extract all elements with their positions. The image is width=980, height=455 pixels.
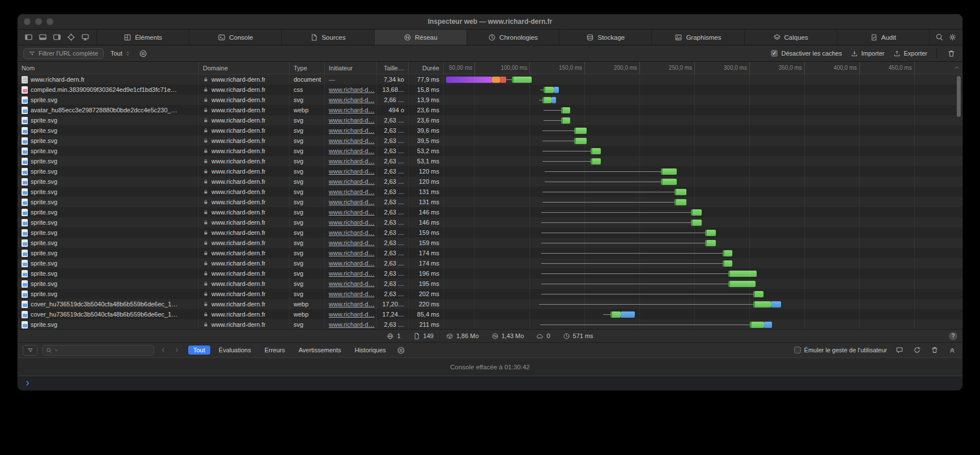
table-row[interactable]: cover_hu736519dc3b5040cfa48b6b559b6de6ec… xyxy=(18,309,962,319)
emulate-user-gesture-checkbox[interactable]: Émuler le geste de l'utilisateur xyxy=(794,347,887,353)
column-header-duree[interactable]: Durée xyxy=(409,62,444,74)
initiator-link[interactable]: www.richard-d… xyxy=(329,229,375,236)
table-row[interactable]: www.richard-dern.frwww.richard-dern.frdo… xyxy=(18,74,962,85)
table-row[interactable]: sprite.svgwww.richard-dern.frsvgwww.rich… xyxy=(18,125,962,136)
vertical-scrollbar[interactable] xyxy=(957,76,961,117)
console-drawer-icon[interactable] xyxy=(894,346,905,354)
initiator-link[interactable]: www.richard-d… xyxy=(329,311,375,318)
gear-icon[interactable] xyxy=(947,33,958,41)
console-activity-icon[interactable] xyxy=(396,346,406,355)
initiator-link[interactable]: www.richard-d… xyxy=(329,199,375,205)
initiator-link[interactable]: www.richard-d… xyxy=(329,250,375,256)
table-row[interactable]: sprite.svgwww.richard-dern.frsvgwww.rich… xyxy=(18,319,962,329)
table-row[interactable]: sprite.svgwww.richard-dern.frsvgwww.rich… xyxy=(18,238,962,248)
console-prompt[interactable] xyxy=(18,376,962,390)
initiator-link[interactable]: www.richard-d… xyxy=(329,280,375,287)
table-row[interactable]: sprite.svgwww.richard-dern.frsvgwww.rich… xyxy=(18,197,962,207)
table-row[interactable]: sprite.svgwww.richard-dern.frsvgwww.rich… xyxy=(18,176,962,187)
back-button[interactable] xyxy=(159,347,168,353)
console-scope-tout[interactable]: Tout xyxy=(188,346,210,355)
initiator-link[interactable]: www.richard-d… xyxy=(329,209,375,216)
table-row[interactable]: avatar_hu85ecc3e298728880b0bde2dcc4e5c23… xyxy=(18,105,962,115)
tab-chronologies[interactable]: Chronologies xyxy=(466,30,559,45)
initiator-link[interactable]: www.richard-d… xyxy=(329,321,375,328)
disable-caches-checkbox[interactable]: Désactiver les caches xyxy=(771,50,842,57)
table-row[interactable]: sprite.svgwww.richard-dern.frsvgwww.rich… xyxy=(18,166,962,176)
column-header-domaine[interactable]: Domaine xyxy=(199,62,290,74)
resource-type-dropdown[interactable]: Tout xyxy=(111,50,131,57)
clear-console-icon[interactable] xyxy=(930,346,940,354)
table-row[interactable]: sprite.svgwww.richard-dern.frsvgwww.rich… xyxy=(18,268,962,279)
collapse-console-icon[interactable] xyxy=(947,346,957,354)
initiator-link[interactable]: www.richard-d… xyxy=(329,148,375,154)
dock-left-icon[interactable] xyxy=(23,33,34,41)
initiator-link[interactable]: www.richard-d… xyxy=(329,96,375,103)
initiator-link[interactable]: www.richard-d… xyxy=(329,219,375,226)
tab-sources[interactable]: Sources xyxy=(281,30,374,45)
initiator-link[interactable]: www.richard-d… xyxy=(329,168,375,175)
url-filter-input[interactable]: Filtrer l'URL complète xyxy=(23,48,104,59)
table-row[interactable]: sprite.svgwww.richard-dern.frsvgwww.rich… xyxy=(18,136,962,146)
tab-reseau[interactable]: Réseau xyxy=(374,30,466,45)
table-row[interactable]: sprite.svgwww.richard-dern.frsvgwww.rich… xyxy=(18,258,962,268)
initiator-link[interactable]: www.richard-d… xyxy=(329,86,375,93)
initiator-link[interactable]: www.richard-d… xyxy=(329,188,375,195)
initiator-link[interactable]: www.richard-d… xyxy=(329,290,375,297)
column-header-nom[interactable]: Nom xyxy=(18,62,199,74)
column-header-type[interactable]: Type xyxy=(290,62,325,74)
initiator-link[interactable]: www.richard-d… xyxy=(329,178,375,185)
forward-button[interactable] xyxy=(172,347,181,353)
dock-right-icon[interactable] xyxy=(52,33,62,41)
initiator-link[interactable]: www.richard-d… xyxy=(329,239,375,246)
initiator-link[interactable]: www.richard-d… xyxy=(329,107,375,113)
initiator-link[interactable]: www.richard-d… xyxy=(329,270,375,277)
initiator-link[interactable]: www.richard-d… xyxy=(329,117,375,124)
initiator-link[interactable]: www.richard-d… xyxy=(329,301,375,307)
table-row[interactable]: sprite.svgwww.richard-dern.frsvgwww.rich… xyxy=(18,156,962,166)
console-search-input[interactable] xyxy=(42,345,154,356)
initiator-link[interactable]: www.richard-d… xyxy=(329,127,375,134)
initiator-link[interactable]: www.richard-d… xyxy=(329,260,375,267)
table-row[interactable]: sprite.svgwww.richard-dern.frsvgwww.rich… xyxy=(18,207,962,217)
tab-console[interactable]: Console xyxy=(189,30,281,45)
dock-bottom-icon[interactable] xyxy=(37,33,48,41)
clear-network-button[interactable] xyxy=(946,49,957,58)
search-icon[interactable] xyxy=(934,33,945,41)
table-row[interactable]: sprite.svgwww.richard-dern.frsvgwww.rich… xyxy=(18,248,962,258)
help-button[interactable]: ? xyxy=(949,332,957,340)
tab-calques[interactable]: Calques xyxy=(744,30,837,45)
device-icon[interactable] xyxy=(80,33,91,41)
tab-elements[interactable]: Éléments xyxy=(96,30,189,45)
table-row[interactable]: sprite.svgwww.richard-dern.frsvgwww.rich… xyxy=(18,115,962,125)
tab-graphismes[interactable]: Graphismes xyxy=(651,30,744,45)
table-row[interactable]: sprite.svgwww.richard-dern.frsvgwww.rich… xyxy=(18,228,962,238)
initiator-link[interactable]: www.richard-d… xyxy=(329,137,375,144)
zoom-window-button[interactable] xyxy=(46,18,53,25)
tab-stockage[interactable]: Stockage xyxy=(559,30,651,45)
column-header-taille[interactable]: Taille… xyxy=(377,62,409,74)
table-row[interactable]: sprite.svgwww.richard-dern.frsvgwww.rich… xyxy=(18,289,962,299)
table-row[interactable]: sprite.svgwww.richard-dern.frsvgwww.rich… xyxy=(18,217,962,228)
reload-icon[interactable] xyxy=(912,346,922,354)
initiator-link[interactable]: www.richard-d… xyxy=(329,158,375,165)
minimize-window-button[interactable] xyxy=(35,18,42,25)
table-row[interactable]: sprite.svgwww.richard-dern.frsvgwww.rich… xyxy=(18,95,962,105)
element-selector-icon[interactable] xyxy=(66,33,77,41)
close-window-button[interactable] xyxy=(24,18,31,25)
table-row[interactable]: cover_hu736519dc3b5040cfa48b6b559b6de6ec… xyxy=(18,299,962,309)
tab-audit[interactable]: Audit xyxy=(837,30,929,45)
table-row[interactable]: compiled.min.38390909f303624ed9e1cf1bd3f… xyxy=(18,85,962,95)
table-row[interactable]: sprite.svgwww.richard-dern.frsvgwww.rich… xyxy=(18,146,962,156)
console-scope-erreurs[interactable]: Erreurs xyxy=(260,346,290,355)
import-button[interactable]: Importer xyxy=(851,50,884,57)
table-row[interactable]: sprite.svgwww.richard-dern.frsvgwww.rich… xyxy=(18,187,962,197)
console-filter-button[interactable] xyxy=(23,345,37,356)
console-scope-evaluations[interactable]: Évaluations xyxy=(214,346,256,355)
console-scope-avertissements[interactable]: Avertissements xyxy=(294,346,346,355)
column-header-initiateur[interactable]: Initiateur xyxy=(325,62,377,74)
export-button[interactable]: Exporter xyxy=(893,50,927,57)
chevron-up-icon[interactable] xyxy=(953,64,960,72)
activity-icon[interactable] xyxy=(138,49,149,58)
console-scope-historiques[interactable]: Historiques xyxy=(350,346,391,355)
table-row[interactable]: sprite.svgwww.richard-dern.frsvgwww.rich… xyxy=(18,279,962,289)
